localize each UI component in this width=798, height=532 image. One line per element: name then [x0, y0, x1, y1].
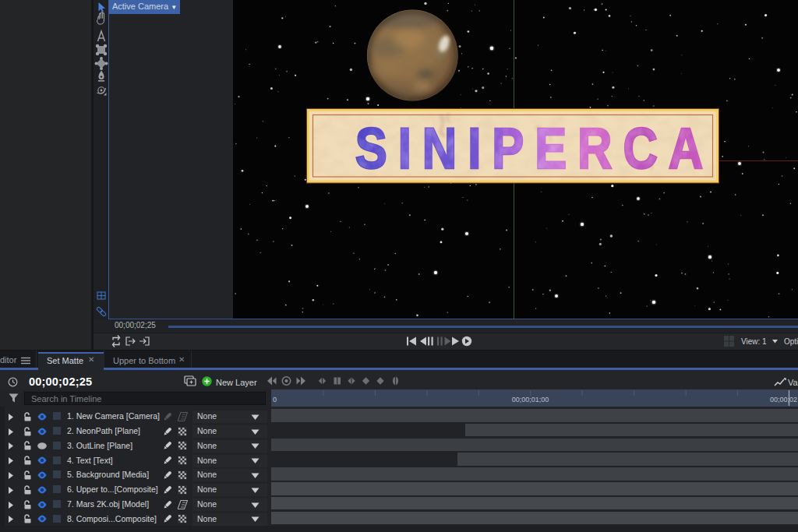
svg-text:00;00;01;00: 00;00;01;00 — [512, 396, 549, 403]
svg-text:View: 1: View: 1 — [741, 337, 767, 346]
svg-text:SINIPERCA: SINIPERCA — [355, 115, 714, 181]
svg-text:Va: Va — [788, 378, 798, 387]
svg-text:00;00;02: 00;00;02 — [770, 396, 797, 403]
svg-text:0: 0 — [273, 396, 277, 403]
svg-text:Opti: Opti — [784, 337, 798, 346]
